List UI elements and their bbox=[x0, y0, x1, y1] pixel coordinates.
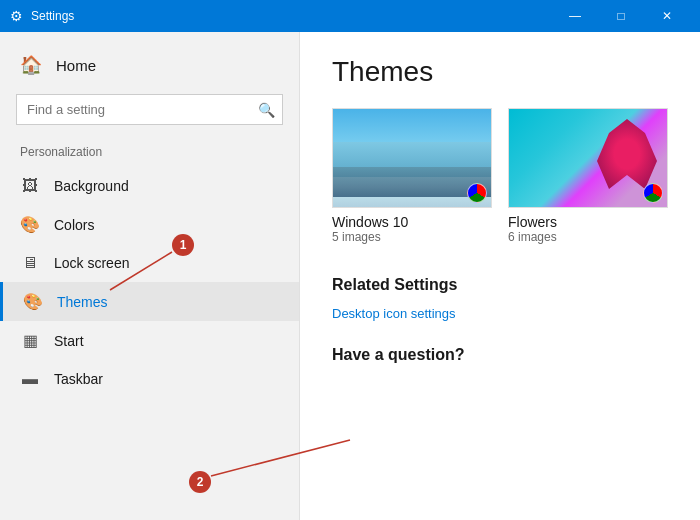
theme-thumbnail-flowers bbox=[508, 108, 668, 208]
sidebar-item-taskbar-label: Taskbar bbox=[54, 371, 103, 387]
sidebar-item-colors[interactable]: 🎨 Colors bbox=[0, 205, 299, 244]
close-button[interactable]: ✕ bbox=[644, 0, 690, 32]
theme-card-flowers[interactable]: Flowers 6 images bbox=[508, 108, 668, 244]
titlebar: ⚙ Settings — □ ✕ bbox=[0, 0, 700, 32]
maximize-button[interactable]: □ bbox=[598, 0, 644, 32]
start-icon: ▦ bbox=[20, 331, 40, 350]
sidebar-item-start[interactable]: ▦ Start bbox=[0, 321, 299, 360]
theme-count-windows10: 5 images bbox=[332, 230, 492, 244]
app-title: Settings bbox=[31, 9, 552, 23]
lock-screen-icon: 🖥 bbox=[20, 254, 40, 272]
sidebar-item-colors-label: Colors bbox=[54, 217, 94, 233]
sidebar-item-lock-screen-label: Lock screen bbox=[54, 255, 129, 271]
have-question-title: Have a question? bbox=[332, 346, 668, 364]
theme-card-windows10[interactable]: Windows 10 5 images bbox=[332, 108, 492, 244]
taskbar-icon: ▬ bbox=[20, 370, 40, 388]
sidebar-item-background[interactable]: 🖼 Background bbox=[0, 167, 299, 205]
sidebar-section-label: Personalization bbox=[0, 141, 299, 167]
background-icon: 🖼 bbox=[20, 177, 40, 195]
content-area: Themes Windows 10 5 images Flowers 6 ima… bbox=[300, 32, 700, 520]
app-body: 🏠 Home 🔍 Personalization 🖼 Background 🎨 … bbox=[0, 32, 700, 520]
minimize-button[interactable]: — bbox=[552, 0, 598, 32]
desktop-icon-settings-link[interactable]: Desktop icon settings bbox=[332, 306, 456, 321]
window-controls: — □ ✕ bbox=[552, 0, 690, 32]
theme-palette-windows10 bbox=[467, 183, 487, 203]
theme-name-windows10: Windows 10 bbox=[332, 214, 492, 230]
sidebar-item-background-label: Background bbox=[54, 178, 129, 194]
theme-thumbnail-windows10 bbox=[332, 108, 492, 208]
page-title: Themes bbox=[332, 56, 668, 88]
sidebar: 🏠 Home 🔍 Personalization 🖼 Background 🎨 … bbox=[0, 32, 300, 520]
sidebar-home-label: Home bbox=[56, 57, 96, 74]
theme-palette-flowers bbox=[643, 183, 663, 203]
theme-count-flowers: 6 images bbox=[508, 230, 668, 244]
app-icon: ⚙ bbox=[10, 8, 23, 24]
themes-grid: Windows 10 5 images Flowers 6 images bbox=[332, 108, 668, 244]
colors-icon: 🎨 bbox=[20, 215, 40, 234]
theme-name-flowers: Flowers bbox=[508, 214, 668, 230]
sidebar-item-taskbar[interactable]: ▬ Taskbar bbox=[0, 360, 299, 398]
related-settings-title: Related Settings bbox=[332, 276, 668, 294]
sidebar-item-themes-label: Themes bbox=[57, 294, 108, 310]
home-icon: 🏠 bbox=[20, 54, 42, 76]
search-box: 🔍 bbox=[16, 94, 283, 125]
sidebar-item-themes[interactable]: 🎨 Themes bbox=[0, 282, 299, 321]
search-icon: 🔍 bbox=[258, 102, 275, 118]
sidebar-home[interactable]: 🏠 Home bbox=[0, 44, 299, 86]
sidebar-item-start-label: Start bbox=[54, 333, 84, 349]
search-input[interactable] bbox=[16, 94, 283, 125]
themes-icon: 🎨 bbox=[23, 292, 43, 311]
sidebar-item-lock-screen[interactable]: 🖥 Lock screen bbox=[0, 244, 299, 282]
